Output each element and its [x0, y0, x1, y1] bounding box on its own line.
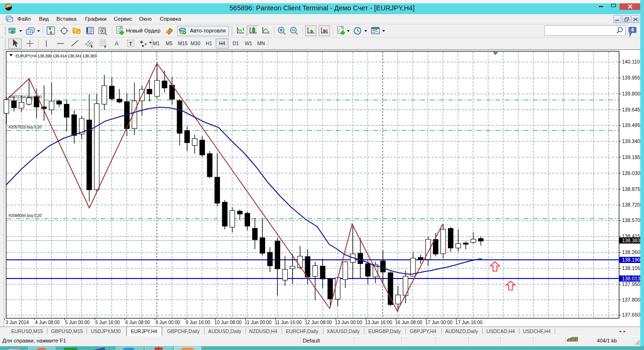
svg-text:5 Jun 16:00: 5 Jun 16:00 — [95, 320, 120, 325]
svg-text:139.645: 139.645 — [622, 107, 640, 112]
svg-text:138.720: 138.720 — [622, 202, 640, 207]
svg-text:#4872764 buy 0.20: #4872764 buy 0.20 — [8, 95, 42, 99]
svg-text:13 Jun 16:00: 13 Jun 16:00 — [365, 320, 392, 325]
svg-text:138.260: 138.260 — [622, 249, 640, 255]
svg-text:3 Jun 2014: 3 Jun 2014 — [6, 320, 29, 325]
svg-text:137.950: 137.950 — [622, 281, 640, 287]
svg-text:138.383: 138.383 — [622, 238, 640, 243]
svg-text:138.570: 138.570 — [622, 217, 640, 223]
svg-text:139.495: 139.495 — [622, 122, 640, 128]
svg-text:4 Jun 08:00: 4 Jun 08:00 — [35, 320, 60, 325]
svg-text:#2057615 buy 0.20: #2057615 buy 0.20 — [8, 125, 42, 129]
svg-text:17 Jun 00:00: 17 Jun 00:00 — [425, 320, 452, 325]
svg-text:139.340: 139.340 — [622, 138, 640, 144]
svg-text:138.013: 138.013 — [622, 276, 640, 281]
svg-text:EURJPY,H4 138.399 138.414 138: EURJPY,H4 138.399 138.414 138.341 138.38… — [16, 54, 96, 58]
svg-text:137.800: 137.800 — [622, 297, 640, 302]
svg-text:5 Jun 00:00: 5 Jun 00:00 — [65, 320, 90, 325]
svg-text:139.800: 139.800 — [622, 91, 640, 96]
svg-text:140.110: 140.110 — [622, 59, 640, 64]
svg-text:139.955: 139.955 — [622, 75, 640, 80]
svg-text:10 Jun 08:00: 10 Jun 08:00 — [214, 320, 242, 325]
svg-text:13 Jun 00:00: 13 Jun 00:00 — [335, 320, 362, 325]
svg-text:11 Jun 00:00: 11 Jun 00:00 — [245, 320, 272, 325]
svg-text:138.105: 138.105 — [622, 265, 640, 271]
svg-text:138.190: 138.190 — [622, 257, 640, 262]
svg-text:6 Jun 08:00: 6 Jun 08:00 — [126, 320, 150, 325]
svg-text:11 Jun 16:00: 11 Jun 16:00 — [275, 320, 302, 325]
svg-text:16 Jun 08:00: 16 Jun 08:00 — [395, 320, 422, 325]
svg-text:138.875: 138.875 — [622, 186, 640, 192]
svg-text:9 Jun 16:00: 9 Jun 16:00 — [186, 320, 211, 325]
svg-text:139.030: 139.030 — [622, 170, 640, 176]
svg-text:12 Jun 08:00: 12 Jun 08:00 — [305, 320, 332, 325]
svg-text:9 Jun 00:00: 9 Jun 00:00 — [156, 320, 181, 325]
svg-text:17 Jun 16:00: 17 Jun 16:00 — [456, 320, 483, 325]
svg-text:137.650: 137.650 — [622, 312, 640, 318]
svg-text:#2099044 buy 0.20: #2099044 buy 0.20 — [8, 213, 42, 218]
svg-text:139.185: 139.185 — [622, 154, 640, 160]
